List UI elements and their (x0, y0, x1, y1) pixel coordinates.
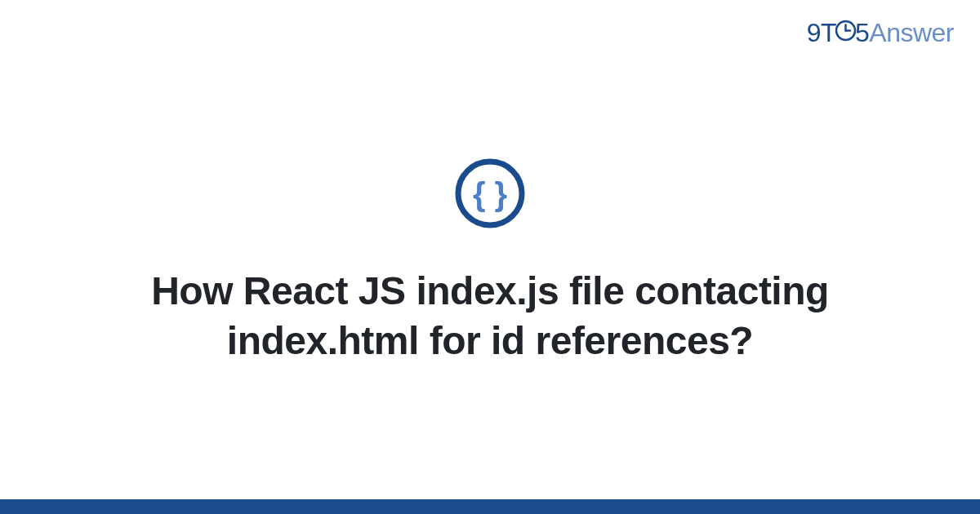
bottom-accent-bar (0, 499, 980, 514)
svg-text:{ }: { } (473, 176, 507, 212)
question-title: How React JS index.js file contacting in… (122, 266, 858, 366)
category-icon-wrap: { } (455, 158, 525, 232)
code-braces-icon: { } (455, 158, 525, 228)
main-content: { } How React JS index.js file contactin… (0, 0, 980, 499)
